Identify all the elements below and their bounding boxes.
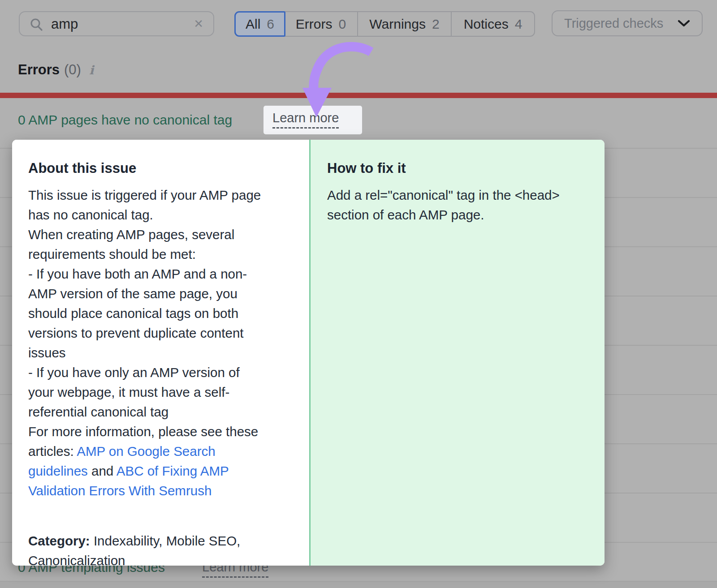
tab-count: 2 — [432, 17, 440, 32]
category-line: Category: Indexability, Mobile SEO, Cano… — [28, 511, 293, 566]
callout-arrow — [285, 39, 384, 124]
issue-filter-tabs: All 6 Errors 0 Warnings 2 Notices 4 — [234, 11, 535, 37]
tab-count: 4 — [515, 17, 523, 32]
about-title: About this issue — [28, 160, 293, 176]
tab-count: 0 — [338, 17, 346, 32]
clear-search-icon[interactable]: ✕ — [194, 12, 203, 35]
section-title: Errors — [18, 62, 60, 78]
popup-text-segment: and — [88, 464, 117, 478]
fix-body: Add a rel="canonical" tag in the <head> … — [327, 185, 587, 225]
issue-row-text: 0 AMP pages have no canonical tag — [18, 112, 232, 128]
tab-label: Errors — [296, 17, 333, 32]
how-to-fix-panel: How to fix it Add a rel="canonical" tag … — [309, 140, 605, 566]
errors-section-heading: Errors (0) i — [18, 62, 94, 78]
tab-label: All — [246, 17, 260, 32]
about-this-issue-panel: About this issue This issue is triggered… — [12, 140, 309, 566]
section-count: (0) — [64, 62, 81, 78]
tab-all[interactable]: All 6 — [234, 11, 285, 37]
tab-errors[interactable]: Errors 0 — [285, 12, 357, 36]
tab-warnings[interactable]: Warnings 2 — [357, 12, 451, 36]
info-icon[interactable]: i — [89, 63, 94, 77]
tab-count: 6 — [267, 17, 274, 32]
issue-info-popup: About this issue This issue is triggered… — [12, 140, 605, 566]
triggered-checks-dropdown[interactable]: Triggered checks — [552, 10, 703, 36]
tab-notices[interactable]: Notices 4 — [451, 12, 534, 36]
fix-title: How to fix it — [327, 160, 587, 176]
about-body: This issue is triggered if your AMP page… — [28, 185, 293, 501]
dropdown-label: Triggered checks — [564, 16, 663, 31]
popup-text-segment: This issue is triggered if your AMP page… — [28, 188, 261, 459]
site-audit-page: amp ✕ All 6 Errors 0 Warnings 2 Notices … — [0, 0, 717, 588]
tab-label: Warnings — [369, 17, 426, 32]
category-label: Category: — [28, 533, 90, 548]
tab-label: Notices — [464, 17, 509, 32]
search-input[interactable]: amp ✕ — [19, 11, 214, 36]
search-icon — [30, 18, 43, 31]
table-footer-strip — [0, 582, 717, 588]
chevron-down-icon — [678, 20, 690, 27]
search-value: amp — [51, 12, 78, 35]
